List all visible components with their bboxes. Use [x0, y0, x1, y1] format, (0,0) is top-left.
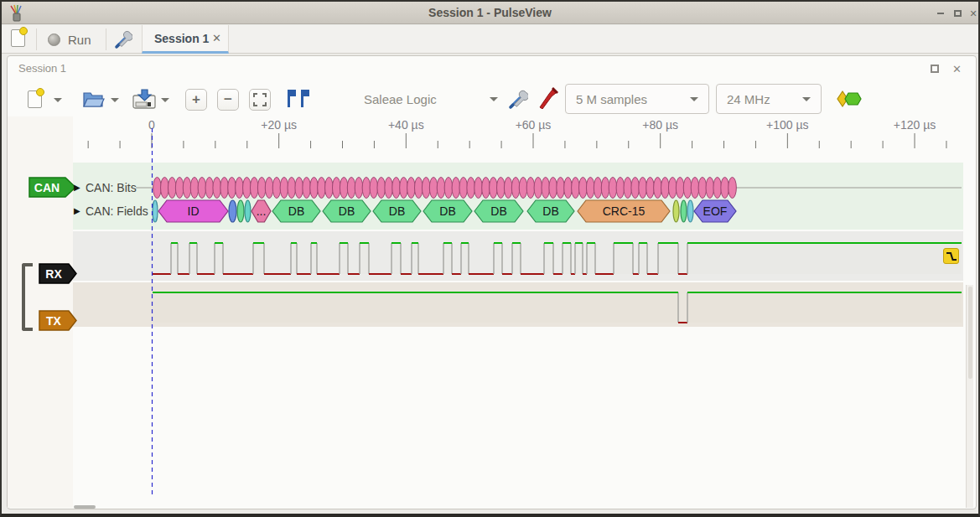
can-bit — [668, 178, 677, 199]
trace-canvas[interactable]: ID...DBDBDBDBDBDBCRC-15EOF — [73, 116, 963, 509]
settings-wrench-icon[interactable] — [114, 30, 132, 49]
can-field — [153, 200, 158, 222]
zoom-fit-button[interactable] — [249, 89, 271, 111]
can-field — [245, 200, 251, 222]
can-bit — [691, 178, 699, 199]
decoder-group-tag[interactable]: CAN — [29, 177, 77, 198]
rx-wave-pulse — [587, 243, 595, 274]
can-field-label: CRC-15 — [603, 204, 646, 218]
can-bit — [519, 178, 527, 199]
can-bit — [332, 178, 340, 199]
rx-wave-pulse — [291, 243, 297, 274]
can-bit — [631, 178, 640, 199]
tab-label: Session 1 — [154, 32, 209, 45]
main-toolbar: Run Session 1 ✕ — [2, 25, 978, 54]
can-bit — [564, 178, 573, 199]
close-icon[interactable]: ✕ — [967, 7, 980, 20]
tab-close-icon[interactable]: ✕ — [212, 32, 221, 44]
can-bit — [422, 178, 430, 199]
decoder-group-tag-label: CAN — [34, 181, 60, 194]
vertical-scrollbar[interactable] — [966, 285, 973, 508]
tab-session-1[interactable]: Session 1 ✕ — [142, 25, 229, 54]
rx-channel-tag[interactable]: RX — [39, 263, 78, 284]
tx-wave-pulse — [153, 292, 678, 323]
rx-wave-pulse — [340, 243, 348, 274]
save-file-dropdown-arrow[interactable] — [161, 98, 169, 102]
bits-row-expander[interactable]: ▶ — [74, 183, 80, 192]
open-file-icon[interactable] — [82, 89, 106, 109]
tx-wave-pulse — [687, 292, 962, 323]
rx-wave-pulse — [171, 243, 178, 274]
new-file-button[interactable] — [22, 87, 47, 111]
new-file-dropdown-arrow[interactable] — [54, 98, 62, 102]
can-bit — [153, 178, 162, 199]
sample-rate-combo[interactable]: 24 MHz — [716, 84, 822, 114]
can-bit — [721, 178, 729, 199]
new-session-icon — [11, 29, 25, 47]
horizontal-scrollbar-handle[interactable] — [74, 505, 96, 509]
can-field-label: ID — [188, 204, 200, 218]
can-bit — [579, 178, 588, 199]
sample-count-value: 5 M samples — [576, 92, 647, 106]
can-bit — [183, 178, 191, 199]
can-bit — [601, 178, 609, 199]
fields-row-expander[interactable]: ▶ — [74, 206, 80, 215]
can-bit — [250, 178, 258, 199]
zoom-in-button[interactable]: + — [185, 89, 207, 111]
can-bit — [542, 178, 550, 199]
can-bit — [236, 178, 244, 199]
dock-close-icon[interactable]: ✕ — [952, 63, 962, 75]
can-bit — [639, 178, 647, 199]
can-bit — [220, 178, 229, 199]
can-bit — [526, 178, 535, 199]
can-bit — [243, 178, 251, 199]
can-bit — [713, 178, 722, 199]
can-bit — [467, 178, 475, 199]
dock-float-icon[interactable] — [931, 65, 939, 73]
can-bit — [407, 178, 416, 199]
can-bit — [482, 178, 490, 199]
device-selector[interactable]: Saleae Logic — [364, 84, 498, 114]
can-field-label: DB — [288, 204, 304, 218]
zoom-out-button[interactable]: − — [217, 89, 239, 111]
device-config-wrench-icon[interactable] — [508, 89, 528, 109]
can-bit — [497, 178, 506, 199]
can-bit — [400, 178, 408, 199]
rx-wave-pulse — [494, 243, 502, 274]
sample-count-combo[interactable]: 5 M samples — [565, 84, 709, 114]
vertical-scrollbar-handle[interactable] — [968, 287, 972, 379]
can-bit — [594, 178, 602, 199]
minimize-icon[interactable] — [934, 7, 947, 20]
run-state-icon — [48, 34, 60, 46]
can-bit — [168, 178, 176, 199]
can-bit — [504, 178, 512, 199]
save-file-icon[interactable] — [132, 88, 157, 110]
can-field-label: DB — [490, 204, 506, 218]
fields-row-label[interactable]: CAN: Fields — [86, 204, 148, 218]
run-button[interactable]: Run — [48, 28, 91, 50]
new-session-button[interactable] — [11, 29, 25, 47]
can-bit — [161, 178, 169, 199]
bits-row-label[interactable]: CAN: Bits — [86, 181, 137, 194]
rx-wave-pulse — [512, 243, 521, 274]
can-field — [237, 200, 244, 222]
show-cursors-icon[interactable] — [285, 88, 312, 110]
rx-wave-pulse — [461, 243, 469, 274]
sample-rate-value: 24 MHz — [727, 92, 770, 106]
can-bit — [683, 178, 692, 199]
can-bit — [385, 178, 393, 199]
can-bit — [698, 178, 707, 199]
trigger-marker-falling-edge-icon[interactable] — [943, 248, 959, 264]
can-bit — [198, 178, 206, 199]
can-bit — [340, 178, 348, 199]
maximize-icon[interactable] — [951, 7, 964, 20]
can-bit — [272, 178, 281, 199]
tx-channel-tag[interactable]: TX — [39, 310, 78, 331]
rx-wave-pulse — [253, 243, 264, 274]
open-file-dropdown-arrow[interactable] — [111, 98, 119, 102]
can-bit — [257, 178, 266, 199]
channels-probe-icon[interactable] — [538, 87, 558, 109]
rx-wave-pulse — [391, 243, 401, 274]
add-decoder-icon[interactable] — [837, 90, 862, 108]
titlebar: Session 1 - PulseView ✕ — [2, 2, 978, 24]
